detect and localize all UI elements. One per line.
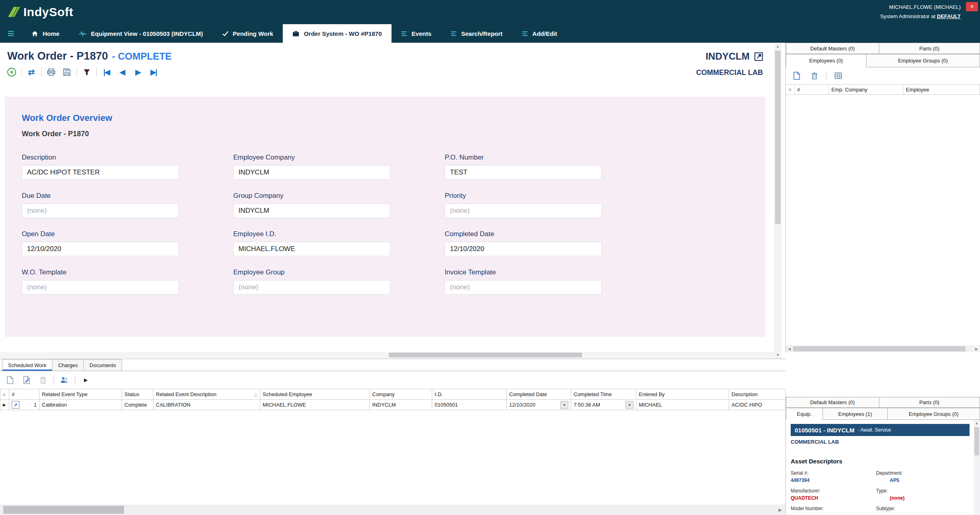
next-record-button[interactable]: ▶ <box>132 66 144 78</box>
col-company[interactable]: Company <box>370 389 432 400</box>
group-company-input[interactable]: INDYCLM <box>233 204 390 218</box>
scrollbar-thumb[interactable] <box>974 427 979 455</box>
print-button[interactable] <box>45 66 57 78</box>
close-button[interactable]: ✕ <box>966 2 978 11</box>
tab-equip[interactable]: Equip. <box>786 408 823 420</box>
prev-record-button[interactable]: ◀ <box>116 66 128 78</box>
col-completed-time[interactable]: Completed Time <box>571 389 636 400</box>
cell-num[interactable]: ↗1 <box>9 400 39 410</box>
tab-equipment-view[interactable]: Equipment View - 01050503 (INDYCLM) <box>69 24 213 43</box>
new-scheduled-work-button[interactable] <box>4 374 16 386</box>
delete-employee-button[interactable] <box>808 70 820 81</box>
tab-employees[interactable]: Employees (0) <box>786 54 866 67</box>
equipment-header-bar[interactable]: 01050501 - INDYCLM - Await. Service <box>791 424 970 436</box>
tab-events[interactable]: Events <box>392 24 441 43</box>
bottom-horizontal-scrollbar[interactable]: ▶ <box>0 505 785 515</box>
col-related-event-description[interactable]: △Related Event Description <box>153 389 260 400</box>
filter-button[interactable] <box>81 66 93 78</box>
scroll-right-icon[interactable]: ▶ <box>973 345 980 352</box>
col-scheduled-employee[interactable]: Scheduled Employee <box>260 389 370 400</box>
wo-template-input[interactable]: (none) <box>22 280 179 295</box>
scroll-left-icon[interactable]: ◀ <box>786 345 793 352</box>
cell-scheduled-employee[interactable]: MICHAEL.FLOWE <box>260 400 370 410</box>
scrollbar-thumb[interactable] <box>775 51 781 224</box>
col-description[interactable]: Description <box>729 389 786 400</box>
company-window-icon[interactable] <box>754 52 763 61</box>
tab-documents[interactable]: Documents <box>83 359 122 371</box>
open-date-input[interactable]: 12/10/2020 <box>22 242 179 256</box>
tab-employee-groups-bottom[interactable]: Employee Groups (0) <box>887 408 980 420</box>
cell-related-event-type[interactable]: Calibration <box>39 400 122 410</box>
date-dropdown-button[interactable]: ▾ <box>560 401 568 409</box>
cell-company[interactable]: INDYCLM <box>370 400 432 410</box>
cell-completed-date[interactable]: 12/10/2020▾ <box>507 400 571 410</box>
scheduled-work-row[interactable]: ▶ ↗1 Calibration Complete CALIBRATION MI… <box>0 400 786 410</box>
employees-horizontal-scrollbar[interactable]: ◀ ▶ <box>786 345 980 352</box>
cell-description[interactable]: AC/DC HIPO <box>729 400 786 410</box>
po-number-input[interactable]: TEST <box>445 165 602 180</box>
assign-employee-button[interactable] <box>58 374 70 386</box>
tab-home[interactable]: Home <box>22 24 69 43</box>
add-button[interactable]: + <box>6 66 18 78</box>
tab-charges[interactable]: Charges <box>52 359 84 371</box>
tab-default-masters[interactable]: Default Masters (0) <box>786 43 879 54</box>
tab-employees-1[interactable]: Employees (1) <box>823 408 888 420</box>
cell-id[interactable]: 01050501 <box>432 400 507 410</box>
tab-add-edit[interactable]: Add/Edit <box>512 24 567 43</box>
completed-date-input[interactable]: 12/10/2020 <box>445 242 602 256</box>
tab-search-report[interactable]: Search/Report <box>441 24 512 43</box>
delete-scheduled-work-button[interactable] <box>37 374 49 386</box>
employee-id-input[interactable]: MICHAEL.FLOWE <box>233 242 390 256</box>
col-related-event-type[interactable]: Related Event Type <box>39 389 122 400</box>
scrollbar-thumb[interactable] <box>389 353 582 357</box>
main-vertical-scrollbar[interactable]: ▲ ▼ <box>774 43 781 359</box>
expand-button[interactable]: ▶ <box>80 374 92 386</box>
description-input[interactable]: AC/DC HIPOT TESTER <box>22 165 179 180</box>
col-num[interactable]: # <box>9 389 39 400</box>
first-record-button[interactable]: |◀ <box>100 66 112 78</box>
menu-icon[interactable]: ≡ <box>0 24 22 43</box>
last-record-button[interactable]: ▶| <box>147 66 160 78</box>
col-status[interactable]: Status <box>122 389 153 400</box>
toolbar-separator <box>75 376 75 384</box>
tab-parts[interactable]: Parts (0) <box>879 43 980 54</box>
cell-related-event-description[interactable]: CALIBRATION <box>153 400 260 410</box>
edit-scheduled-work-button[interactable] <box>21 374 33 386</box>
scroll-down-icon[interactable]: ▼ <box>774 351 781 359</box>
open-record-button[interactable]: ↗ <box>12 401 19 409</box>
tab-employee-groups[interactable]: Employee Groups (0) <box>866 54 980 67</box>
col-entered-by[interactable]: Entered By <box>636 389 729 400</box>
tab-default-masters-bottom[interactable]: Default Masters (0) <box>786 397 879 408</box>
scrollbar-thumb[interactable] <box>3 506 124 514</box>
cell-status[interactable]: Complete <box>122 400 153 410</box>
scrollbar-thumb[interactable] <box>793 346 965 351</box>
employees-grid-body[interactable] <box>786 95 980 345</box>
col-completed-date[interactable]: Completed Date <box>507 389 571 400</box>
invoice-template-input[interactable]: (none) <box>445 280 602 295</box>
equipment-vertical-scrollbar[interactable]: ▲ <box>974 420 980 515</box>
col-employee[interactable]: Employee <box>903 85 980 94</box>
main-horizontal-scrollbar[interactable] <box>0 352 774 358</box>
employee-company-input[interactable]: INDYCLM <box>233 165 390 180</box>
scroll-up-icon[interactable]: ▲ <box>774 43 781 50</box>
cell-completed-time[interactable]: 7:50:36 AM▾ <box>571 400 636 410</box>
tab-parts-bottom[interactable]: Parts (0) <box>879 397 980 408</box>
save-button[interactable] <box>61 66 73 78</box>
tab-scheduled-work[interactable]: Scheduled Work <box>2 359 52 371</box>
employee-group-input[interactable]: (none) <box>233 280 390 295</box>
scroll-right-icon[interactable]: ▶ <box>776 505 785 515</box>
new-employee-button[interactable] <box>791 70 803 81</box>
time-dropdown-button[interactable]: ▾ <box>626 401 634 409</box>
due-date-input[interactable]: (none) <box>22 204 179 218</box>
grid-view-button[interactable] <box>832 70 844 81</box>
col-emp-company[interactable]: Emp. Company <box>829 85 903 94</box>
col-id[interactable]: I.D. <box>432 389 507 400</box>
priority-input[interactable]: (none) <box>445 204 602 218</box>
tab-order-system[interactable]: Order System - WO #P1870 <box>283 24 391 43</box>
col-num[interactable]: # <box>795 85 829 94</box>
cell-entered-by[interactable]: MICHAEL <box>636 400 729 410</box>
workflow-button[interactable]: ⇄ <box>25 66 37 78</box>
default-system-link[interactable]: DEFAULT <box>937 13 961 19</box>
scroll-up-icon[interactable]: ▲ <box>974 420 980 426</box>
tab-pending-work[interactable]: Pending Work <box>213 24 283 43</box>
